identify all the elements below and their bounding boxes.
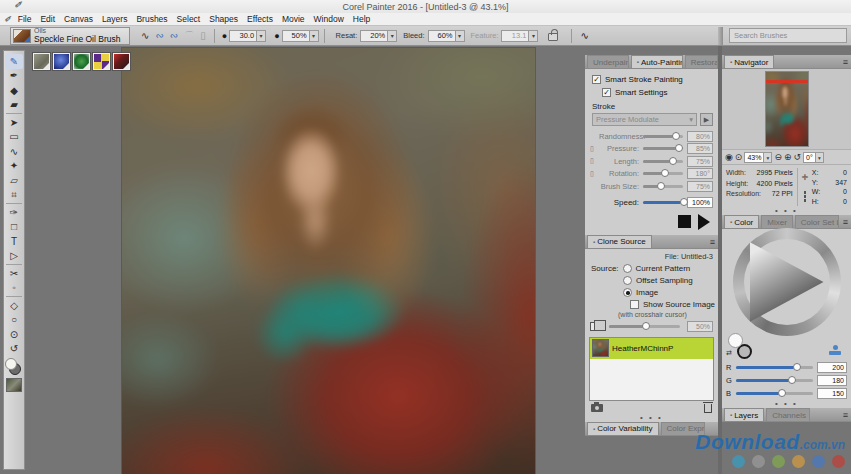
stop-button[interactable] bbox=[678, 215, 691, 228]
r-value[interactable]: 200 bbox=[817, 362, 847, 373]
crop-tool[interactable]: ⌗ bbox=[5, 188, 23, 203]
chevron-down-icon[interactable]: ▾ bbox=[309, 31, 318, 41]
panel-menu-icon[interactable]: ≡ bbox=[710, 237, 715, 247]
panel-resize-grip[interactable]: • • • bbox=[585, 415, 718, 422]
swap-colors-icon[interactable]: ⇄ bbox=[726, 349, 732, 357]
g-value[interactable]: 180 bbox=[817, 375, 847, 386]
slider-thumb[interactable] bbox=[672, 132, 680, 140]
text-tool[interactable]: T bbox=[5, 234, 23, 249]
menu-effects[interactable]: Effects bbox=[243, 14, 277, 24]
paint-bucket-tool[interactable]: ◆ bbox=[5, 83, 23, 98]
resat-spinner[interactable]: 20% ▾ bbox=[360, 30, 397, 42]
panel-menu-icon[interactable]: ≡ bbox=[843, 410, 848, 420]
add-point-tool[interactable]: ◦ bbox=[5, 281, 23, 296]
tab-color[interactable]: ▪Color bbox=[724, 215, 759, 228]
red-slider[interactable] bbox=[736, 366, 813, 369]
zoom-tool-icon[interactable]: ◉ bbox=[725, 152, 733, 162]
menu-movie[interactable]: Movie bbox=[278, 14, 309, 24]
tab-color-expression[interactable]: Color Express bbox=[661, 422, 705, 435]
main-color-swatch[interactable] bbox=[728, 333, 743, 348]
canvas-image[interactable] bbox=[122, 48, 535, 474]
menu-help[interactable]: Help bbox=[349, 14, 374, 24]
zoom-level-field[interactable]: 43%▾ bbox=[744, 152, 772, 163]
paper-chip[interactable] bbox=[33, 53, 50, 70]
slider-thumb[interactable] bbox=[793, 363, 801, 371]
navigator-thumbnail[interactable] bbox=[765, 71, 809, 147]
expression-icon[interactable]: ▯ bbox=[590, 145, 599, 153]
search-brushes-input[interactable] bbox=[729, 28, 847, 43]
straight-stroke-icon[interactable]: ∾ bbox=[167, 30, 181, 41]
weave-chip[interactable] bbox=[93, 53, 110, 70]
smart-stroke-painting-row[interactable]: ✓ Smart Stroke Painting bbox=[585, 73, 718, 86]
magnifier-tool[interactable]: ⊙ bbox=[5, 327, 23, 342]
rect-shape-tool[interactable]: □ bbox=[5, 220, 23, 235]
grabber-tool[interactable]: ○ bbox=[5, 313, 23, 328]
brush-size-slider[interactable] bbox=[643, 185, 683, 188]
slider-thumb[interactable] bbox=[669, 157, 677, 165]
randomness-slider[interactable] bbox=[643, 135, 683, 138]
bleed-spinner[interactable]: 60% ▾ bbox=[428, 30, 465, 42]
source-offset-sampling-row[interactable]: Offset Sampling bbox=[585, 275, 718, 287]
panel-resize-grip[interactable]: • • • bbox=[722, 208, 851, 215]
chevron-down-icon[interactable]: ▾ bbox=[387, 31, 396, 41]
tab-underpainting[interactable]: Underpaint bbox=[587, 55, 629, 68]
advanced-brush-icon[interactable]: ∿ bbox=[577, 30, 591, 41]
delete-source-icon[interactable] bbox=[704, 404, 712, 413]
source-layers-icon[interactable] bbox=[590, 322, 600, 331]
rotation-field[interactable]: 0°▾ bbox=[803, 152, 824, 163]
rect-select-tool[interactable]: ▭ bbox=[5, 130, 23, 145]
resat-value[interactable]: 20% bbox=[361, 31, 387, 40]
layer-adjuster-tool[interactable]: ➤ bbox=[5, 115, 23, 130]
smart-settings-row[interactable]: ✓ Smart Settings bbox=[585, 86, 718, 99]
expression-icon[interactable]: ▯ bbox=[590, 170, 599, 178]
color-swatches[interactable] bbox=[5, 358, 23, 376]
smart-settings-checkbox[interactable]: ✓ bbox=[602, 88, 611, 97]
tab-clone-source[interactable]: ▪Clone Source bbox=[587, 235, 652, 248]
current-pattern-radio[interactable] bbox=[623, 264, 632, 273]
clone-source-item[interactable]: HeatherMChinnP bbox=[590, 338, 713, 359]
toolbar-splitter[interactable] bbox=[718, 27, 723, 45]
green-slider[interactable] bbox=[736, 379, 813, 382]
pressure-slider[interactable] bbox=[643, 147, 683, 150]
slider-thumb[interactable] bbox=[661, 169, 669, 177]
pattern-chip[interactable] bbox=[73, 53, 90, 70]
chevron-down-icon[interactable]: ▾ bbox=[455, 31, 464, 41]
tab-channels[interactable]: Channels bbox=[766, 408, 810, 421]
smart-stroke-checkbox[interactable]: ✓ bbox=[592, 75, 601, 84]
slider-thumb[interactable] bbox=[657, 182, 665, 190]
chevron-down-icon[interactable]: ▾ bbox=[763, 153, 771, 162]
bleed-value[interactable]: 60% bbox=[429, 31, 455, 40]
opacity-value[interactable]: 50% bbox=[283, 31, 309, 40]
transform-tool[interactable]: ▱ bbox=[5, 173, 23, 188]
tab-navigator[interactable]: ▪Navigator bbox=[724, 55, 774, 68]
eraser-tool[interactable]: ▰ bbox=[5, 98, 23, 113]
opacity-spinner[interactable]: 50% ▾ bbox=[282, 30, 319, 42]
slider-thumb[interactable] bbox=[680, 198, 688, 206]
menu-shapes[interactable]: Shapes bbox=[205, 14, 242, 24]
menu-window[interactable]: Window bbox=[310, 14, 348, 24]
reset-rotation-icon[interactable]: ↺ bbox=[794, 152, 802, 162]
menu-brushes[interactable]: Brushes bbox=[132, 14, 171, 24]
slider-thumb[interactable] bbox=[675, 144, 683, 152]
play-button[interactable] bbox=[698, 214, 710, 230]
magnifier-icon[interactable]: ⊙ bbox=[735, 152, 743, 162]
search-brushes[interactable] bbox=[729, 28, 847, 43]
nozzle-chip[interactable] bbox=[113, 53, 130, 70]
brush-size-spinner[interactable]: 30.0 ▾ bbox=[229, 30, 266, 42]
shape-select-tool[interactable]: ▷ bbox=[5, 249, 23, 264]
source-opacity-slider[interactable] bbox=[609, 325, 680, 328]
expression-icon[interactable]: ▯ bbox=[590, 157, 599, 165]
scissors-tool[interactable]: ✂ bbox=[5, 266, 23, 281]
b-value[interactable]: 150 bbox=[817, 388, 847, 399]
primary-color-swatch[interactable] bbox=[5, 358, 17, 370]
panel-resize-grip[interactable]: • • • bbox=[722, 401, 851, 408]
source-image-row[interactable]: Image bbox=[585, 287, 718, 299]
pen-tool[interactable]: ✑ bbox=[5, 205, 23, 220]
show-source-row[interactable]: ✓ Show Source Image bbox=[585, 299, 718, 311]
menu-layers[interactable]: Layers bbox=[98, 14, 132, 24]
menu-file[interactable]: File bbox=[14, 14, 36, 24]
brush-size-value[interactable]: 30.0 bbox=[230, 31, 256, 40]
panel-menu-icon[interactable]: ≡ bbox=[843, 57, 848, 67]
zoom-out-icon[interactable]: ⊖ bbox=[774, 152, 782, 162]
menu-canvas[interactable]: Canvas bbox=[60, 14, 97, 24]
